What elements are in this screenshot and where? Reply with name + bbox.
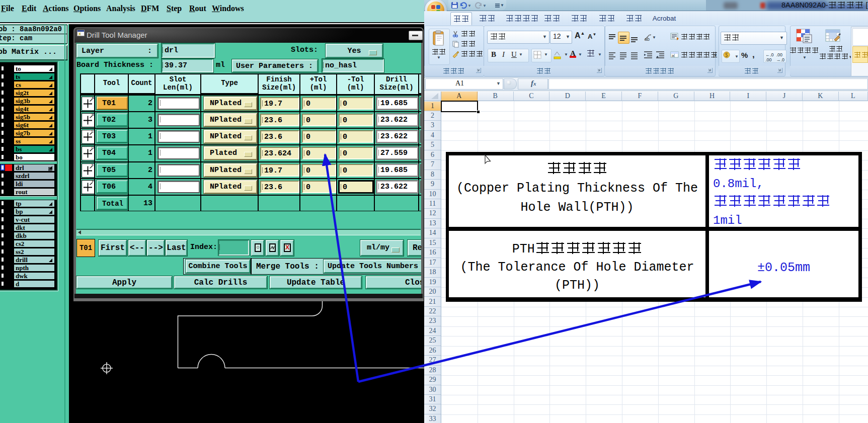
svg-text:a: a xyxy=(672,53,674,58)
svg-text:$: $ xyxy=(725,52,728,58)
svg-text:ab: ab xyxy=(645,37,650,42)
